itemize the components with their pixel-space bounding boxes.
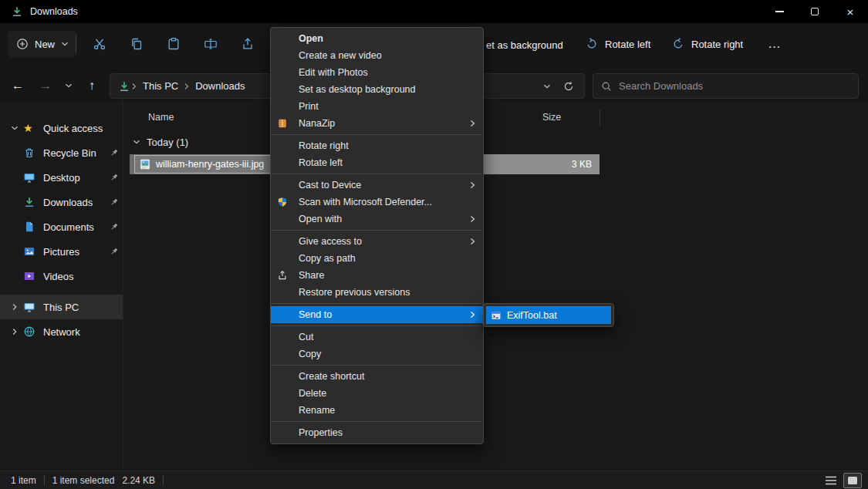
window-title: Downloads [30, 6, 78, 17]
pin-icon [106, 173, 123, 182]
desktop-icon [23, 171, 43, 184]
breadcrumb-chevron-icon [184, 83, 190, 90]
see-more-button[interactable]: … [759, 31, 790, 57]
details-view-button[interactable] [822, 473, 840, 488]
chevron-down-icon[interactable] [133, 138, 140, 146]
menu-separator [272, 365, 481, 366]
share-icon [241, 37, 255, 51]
selection-count: 1 item selected [52, 475, 115, 486]
chevron-down-icon[interactable] [6, 124, 23, 132]
context-menu-item-nanazip[interactable]: NanaZip [271, 115, 483, 132]
sidebar-item-pictures[interactable]: Pictures [0, 239, 123, 264]
submenu-arrow-icon [469, 238, 476, 245]
maximize-button[interactable] [797, 0, 833, 23]
network-icon [23, 325, 43, 338]
sidebar-item-quick-access[interactable]: ★ Quick access [0, 116, 123, 140]
star-icon: ★ [23, 123, 43, 133]
breadcrumb-downloads[interactable]: Downloads [191, 80, 249, 92]
pin-icon [106, 197, 123, 207]
minimize-button[interactable] [762, 0, 797, 23]
downloads-location-icon [118, 80, 130, 93]
selection-size: 2.24 KB [122, 475, 155, 486]
forward-button[interactable]: → [34, 74, 57, 97]
copy-button[interactable] [122, 31, 151, 57]
menu-separator [272, 174, 481, 174]
chevron-right-icon[interactable] [6, 303, 23, 311]
nanazip-icon [277, 118, 299, 129]
large-icons-view-button[interactable] [843, 473, 862, 488]
column-header-name[interactable]: Name [148, 112, 174, 123]
context-menu-item-scan-with-microsoft-defender[interactable]: Scan with Microsoft Defender... [271, 194, 483, 211]
context-menu-item-rotate-left[interactable]: Rotate left [271, 154, 483, 171]
share-button[interactable] [233, 31, 262, 57]
set-as-background-button[interactable]: et as background [486, 39, 563, 51]
status-bar: 1 item 1 item selected 2.24 KB [0, 470, 868, 489]
rename-button[interactable] [196, 31, 225, 57]
context-menu-item-print[interactable]: Print [271, 98, 483, 115]
context-menu-item-give-access-to[interactable]: Give access to [271, 233, 483, 250]
column-header-size[interactable]: Size [542, 112, 561, 123]
scissors-icon [93, 37, 106, 51]
rotate-right-button[interactable]: Rotate right [664, 31, 751, 57]
context-menu-item-cut[interactable]: Cut [271, 329, 483, 346]
context-menu-item-send-to[interactable]: Send to [271, 306, 483, 323]
context-menu-item-copy[interactable]: Copy [271, 346, 483, 363]
context-menu-item-open-with[interactable]: Open with [271, 211, 483, 228]
sidebar-item-recycle-bin[interactable]: Recycle Bin [0, 140, 123, 165]
history-dropdown-button[interactable] [60, 74, 77, 97]
context-menu-item-share[interactable]: Share [271, 267, 483, 284]
context-menu-item-delete[interactable]: Delete [271, 385, 483, 402]
downloads-folder-icon [11, 5, 23, 18]
context-menu-item-rotate-right[interactable]: Rotate right [271, 137, 483, 154]
sidebar-item-desktop[interactable]: Desktop [0, 165, 123, 190]
breadcrumb-chevron-icon [131, 83, 137, 90]
refresh-button[interactable] [558, 76, 579, 97]
large-icons-view-icon [847, 476, 858, 485]
documents-icon [23, 221, 43, 233]
menu-separator [272, 325, 481, 326]
menu-separator [272, 421, 481, 422]
submenu-item-exiftool-bat[interactable]: ExifTool.bat [486, 306, 611, 324]
sidebar-item-network[interactable]: Network [0, 319, 123, 344]
context-menu: Open Create a new video Edit with Photos… [270, 27, 484, 444]
paste-button[interactable] [159, 31, 188, 57]
rotate-left-button[interactable]: Rotate left [577, 31, 658, 57]
context-menu-item-edit-with-photos[interactable]: Edit with Photos [271, 64, 483, 81]
up-button[interactable]: ↑ [80, 74, 103, 97]
back-button[interactable]: ← [6, 74, 29, 97]
context-menu-item-create-a-new-video[interactable]: Create a new video [271, 47, 483, 64]
sidebar-item-this-pc[interactable]: This PC [0, 295, 123, 319]
sidebar-item-documents[interactable]: Documents [0, 214, 123, 239]
submenu-arrow-icon [469, 181, 476, 189]
maximize-icon [811, 8, 819, 15]
context-menu-item-open[interactable]: Open [271, 30, 483, 47]
chevron-right-icon[interactable] [6, 328, 23, 336]
chevron-down-icon [61, 40, 69, 48]
column-divider[interactable] [599, 110, 600, 126]
context-menu-item-cast-to-device[interactable]: Cast to Device [271, 177, 483, 194]
context-menu-item-set-as-desktop-background[interactable]: Set as desktop background [271, 81, 483, 98]
search-input[interactable] [619, 80, 850, 92]
new-button[interactable]: New [8, 31, 77, 57]
plus-circle-icon [16, 38, 29, 50]
address-dropdown-button[interactable] [536, 76, 558, 97]
videos-icon [23, 270, 43, 282]
context-menu-item-rename[interactable]: Rename [271, 402, 483, 419]
context-menu-item-restore-previous-versions[interactable]: Restore previous versions [271, 284, 483, 301]
pin-icon [106, 247, 123, 256]
context-menu-item-create-shortcut[interactable]: Create shortcut [271, 368, 483, 385]
share-icon [277, 270, 299, 281]
group-header-today[interactable]: Today (1) [123, 133, 188, 151]
file-size-cell: 3 KB [484, 154, 599, 174]
sidebar-item-downloads[interactable]: Downloads [0, 190, 123, 214]
context-menu-item-copy-as-path[interactable]: Copy as path [271, 250, 483, 267]
breadcrumb-this-pc[interactable]: This PC [138, 80, 183, 92]
sidebar-item-videos[interactable]: Videos [0, 264, 123, 288]
menu-separator [272, 134, 481, 135]
close-button[interactable]: × [833, 0, 868, 23]
rotate-left-icon [585, 37, 599, 51]
cut-button[interactable] [85, 31, 114, 57]
send-to-submenu: ExifTool.bat [483, 303, 614, 327]
search-box[interactable] [593, 73, 859, 99]
context-menu-item-properties[interactable]: Properties [271, 424, 483, 441]
